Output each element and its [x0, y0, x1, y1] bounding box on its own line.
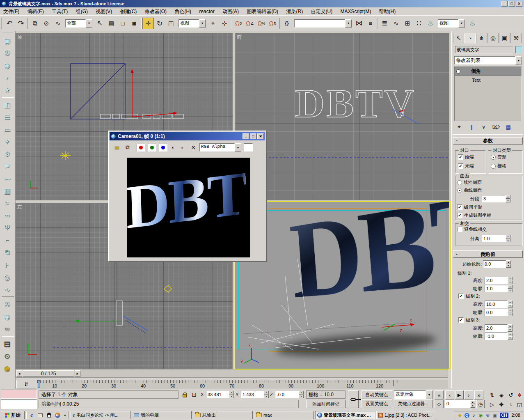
render-canvas[interactable]: DBT	[127, 158, 250, 257]
level3-height-spinner[interactable]: ▲▼	[508, 324, 513, 332]
level2-checkbox[interactable]: ✓	[458, 294, 464, 299]
rigid-body-collection-icon[interactable]: ▣	[0, 34, 14, 47]
viewport-front-label[interactable]: 前	[237, 34, 242, 41]
x-field[interactable]: 33.481	[206, 391, 229, 398]
select-object-icon[interactable]: ↖	[94, 18, 105, 29]
save-bitmap-icon[interactable]: ▦	[113, 143, 121, 151]
track-bar[interactable]: 10 20 30 40 50 60 70 80 90 100 110 120	[37, 380, 448, 388]
select-gizmo[interactable]	[75, 316, 148, 333]
dropdown-arrow-icon[interactable]: ▼	[86, 19, 92, 28]
level3-outline-spinner[interactable]: ▲▼	[508, 333, 513, 340]
task-button-output-folder[interactable]: 总输出	[193, 411, 253, 419]
curved-sides-radio[interactable]: ●	[457, 188, 462, 193]
start-outline-field[interactable]: 0.0	[483, 260, 506, 268]
render-type-dropdown[interactable]: 视图 ▼	[438, 19, 465, 28]
menu-views[interactable]: 视图(V)	[92, 7, 115, 16]
segments-spinner[interactable]: ▲▼	[506, 195, 510, 202]
menu-file[interactable]: 文件(F)	[0, 7, 23, 16]
maximize-button[interactable]: □	[250, 133, 256, 139]
play-button[interactable]: ▶	[455, 390, 464, 399]
maxscript-mini-listener-white[interactable]	[1, 399, 37, 409]
cap-start-checkbox[interactable]: ✓	[458, 154, 463, 160]
cap-type-morph-radio[interactable]: ●	[491, 155, 496, 160]
frame-spinner[interactable]: ▲▼	[470, 400, 475, 408]
current-frame-field[interactable]: 0	[445, 400, 470, 408]
channel-display-dropdown[interactable]: RGB Alpha ▼	[199, 143, 241, 151]
toolbar-grip[interactable]	[1, 18, 2, 29]
linear-sides-radio[interactable]	[457, 180, 462, 185]
plane-helper-icon[interactable]: ◧	[0, 99, 14, 111]
water-helper-icon[interactable]: ≈	[0, 197, 14, 209]
angle-snap-icon[interactable]: Ω∠	[244, 18, 256, 29]
render-frame-window[interactable]: Camera01, 帧 0 (1:1) _ □ ✕ ▦ ⧉ ◐ ● ✕ RGB …	[108, 131, 267, 262]
arc-rotate-icon[interactable]: ♄	[506, 400, 515, 409]
quicklaunch-ie-icon[interactable]: e	[28, 411, 35, 419]
prismatic-constraint-icon[interactable]: ⊦	[0, 259, 14, 271]
level1-outline-spinner[interactable]: ▲▼	[508, 285, 513, 292]
clone-window-icon[interactable]: ⧉	[124, 143, 132, 151]
viewport-front[interactable]: 前 DBTV	[235, 33, 449, 200]
toy-car-helper-icon[interactable]: ⊶	[0, 172, 14, 185]
bevel-rollout-header[interactable]: - 倒角值	[453, 250, 523, 258]
motor-helper-icon[interactable]: ⚙	[0, 148, 14, 160]
level2-height-spinner[interactable]: ▲▼	[508, 301, 513, 308]
next-frame-button[interactable]: ›	[464, 390, 473, 399]
object-color-swatch[interactable]	[515, 46, 522, 53]
point-helper[interactable]	[164, 285, 172, 292]
clock[interactable]: 2:08	[512, 413, 520, 418]
show-end-result-icon[interactable]: ∥	[467, 123, 476, 131]
ragdoll-helper-icon[interactable]: Ψ	[0, 222, 14, 234]
curve-editor-icon[interactable]: ∿	[390, 18, 402, 29]
dropdown-arrow-icon[interactable]: ▼	[458, 19, 465, 28]
configure-modifier-sets-icon[interactable]: ▦	[503, 123, 513, 131]
tray-signal-icon[interactable]: ◉	[478, 413, 484, 418]
select-and-scale-icon[interactable]: ◰	[165, 18, 177, 29]
select-and-manipulate-icon[interactable]: ⊹	[219, 18, 230, 29]
tray-volume-icon[interactable]: ♪	[471, 413, 477, 418]
key-filters-button[interactable]: 关键点过滤器...	[394, 399, 432, 408]
language-indicator[interactable]: CH	[500, 413, 508, 418]
rope-constraint-icon[interactable]: ∿	[0, 283, 14, 296]
key-mode-toggle-button[interactable]: ◇	[435, 400, 444, 408]
add-time-tag-button[interactable]: 添加时间标记	[306, 400, 346, 408]
y-field[interactable]: 1.433	[241, 391, 264, 398]
task-button-my-computer[interactable]: 我的电脑	[132, 411, 192, 419]
tray-network-globe-icon[interactable]: ⊕	[485, 413, 491, 418]
damper-helper-icon[interactable]: ▭	[0, 123, 14, 135]
level1-height-field[interactable]: 2.0	[485, 277, 508, 284]
close-button[interactable]: ✕	[516, 1, 522, 7]
selection-lock-button[interactable]	[181, 390, 189, 399]
named-selection-sets-icon[interactable]: {}	[281, 18, 293, 29]
level2-outline-spinner[interactable]: ▲▼	[508, 309, 513, 316]
zoom-extents-all-icon[interactable]: ❖	[515, 390, 524, 399]
remove-modifier-icon[interactable]: ⌦	[491, 123, 501, 131]
set-key-button[interactable]: 设置关键点	[361, 399, 392, 408]
text-spline-front-view[interactable]: DBTV	[295, 80, 416, 126]
key-mode-dropdown[interactable]: 选定对象 ▼	[394, 390, 432, 399]
red-channel-button[interactable]	[137, 144, 145, 151]
current-frame-marker[interactable]	[38, 380, 40, 388]
menu-help[interactable]: 帮助(H)	[376, 7, 399, 16]
material-editor-icon[interactable]: ∷	[413, 18, 425, 29]
tab-display[interactable]: ▣	[499, 33, 510, 43]
quicklaunch-qq-icon[interactable]	[45, 411, 53, 419]
go-to-start-button[interactable]: «	[435, 390, 444, 399]
reactor-properties-icon[interactable]: ▤	[0, 337, 14, 350]
go-to-end-button[interactable]: »	[474, 390, 483, 399]
undo-icon[interactable]: ↶	[4, 18, 15, 29]
make-unique-icon[interactable]: ⋎	[479, 123, 489, 131]
move-gizmo[interactable]: x y	[382, 318, 414, 332]
dropdown-arrow-icon[interactable]: ▼	[235, 143, 241, 151]
separation-field[interactable]: 1.0	[482, 235, 506, 242]
preview-animation-icon[interactable]: ◉	[0, 362, 14, 374]
dropdown-arrow-icon[interactable]: ▼	[345, 19, 352, 28]
object-name-field[interactable]: 玻璃英文字	[455, 46, 513, 53]
zoom-all-icon[interactable]: ↺	[506, 390, 515, 399]
render-scene-icon[interactable]: ♨	[425, 18, 436, 29]
bulb-icon[interactable]	[456, 69, 460, 73]
select-and-move-icon[interactable]: ✛	[142, 18, 154, 29]
level2-height-field[interactable]: 10.0	[485, 301, 508, 308]
alpha-channel-icon[interactable]: ●	[179, 143, 185, 151]
quicklaunch-overflow-chevron-icon[interactable]: »	[62, 411, 67, 419]
start-button[interactable]: 开始	[1, 411, 25, 419]
